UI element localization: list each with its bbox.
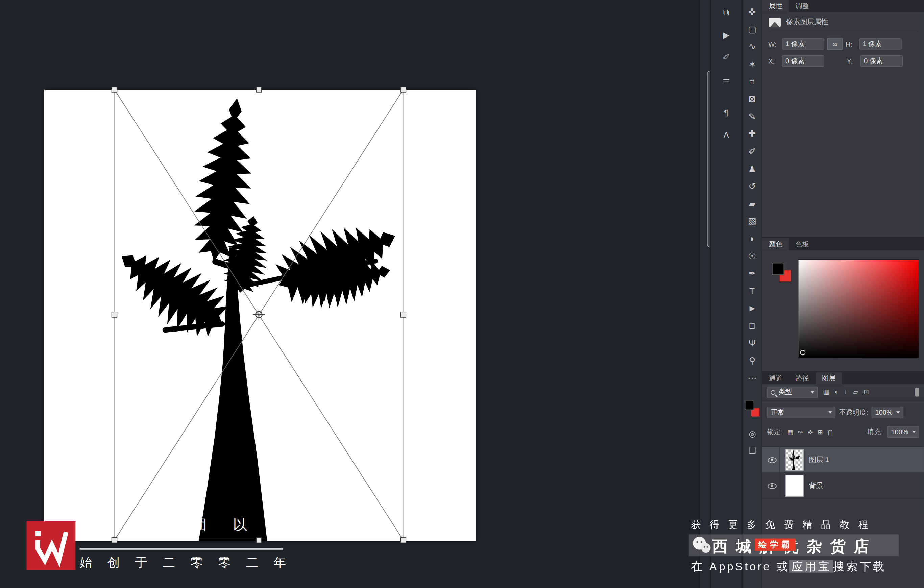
marquee-tool[interactable]: ▢ [742,20,762,38]
layer-row[interactable]: 背景 [762,473,924,499]
healing-brush-tool[interactable]: ✚ [742,125,762,143]
brush-settings-panel-icon[interactable]: ✐ [718,51,734,64]
tree-silhouette [104,94,409,541]
lock-all-icon[interactable]: ⋂ [828,429,833,435]
layer-thumbnail[interactable] [785,475,804,497]
tab-color[interactable]: 颜色 [762,238,789,250]
quick-mask-button[interactable]: ◎ [742,427,762,441]
character-panel-icon[interactable]: A [718,128,734,141]
tab-channels[interactable]: 通道 [762,372,789,384]
canvas-area[interactable]: 团以 [0,0,710,588]
watermark-line3-highlight: 应用宝 [789,560,833,572]
screen-mode-button[interactable]: ❑ [742,443,762,457]
actions-panel-icon[interactable]: ▶ [718,28,734,41]
transform-handle[interactable] [112,312,117,317]
type-tool[interactable]: T [742,282,762,300]
frame-tool[interactable]: ⊠ [742,90,762,108]
transform-handle[interactable] [256,87,262,92]
rectangle-tool[interactable]: □ [742,317,762,334]
document-canvas[interactable]: 团以 [44,89,476,541]
y-field[interactable]: 0 像素 [860,55,903,67]
layer-filter-type-select[interactable]: 类型 [767,386,818,398]
clone-stamp-tool[interactable]: ♟ [742,160,762,178]
tab-layers[interactable]: 图层 [815,372,842,384]
fill-label: 填充: [867,428,883,436]
edit-toolbar-button[interactable]: ⋯ [742,369,762,387]
height-label: H: [846,40,856,47]
layer-visibility-toggle[interactable] [765,447,780,473]
x-label: X: [768,58,779,64]
foreground-color-swatch[interactable] [772,263,784,275]
transform-handle[interactable] [401,538,406,543]
gradient-tool[interactable]: ▧ [742,212,762,230]
blur-tool[interactable]: ◗ [742,229,762,247]
transform-handle[interactable] [256,538,262,543]
transform-center-point[interactable] [253,309,265,321]
height-field[interactable]: 1 像素 [859,38,902,49]
filter-shape-layers-icon[interactable]: ▱ [853,389,858,395]
collapsed-panel-dock: ⧉ ▶ ✐ ⚌ ¶ A [710,0,742,588]
opacity-label: 不透明度: [839,408,868,417]
lock-position-icon[interactable]: ✜ [808,429,813,435]
path-selection-tool[interactable]: ► [742,300,762,317]
chevron-down-icon [811,391,814,394]
layer-list: 图层 1 背景 [762,447,924,499]
lock-transparent-pixels-icon[interactable]: ▦ [787,429,793,435]
paragraph-panel-icon[interactable]: ¶ [718,106,734,119]
transform-handle[interactable] [401,87,406,92]
history-brush-tool[interactable]: ↺ [742,178,762,195]
watermark-line1: 获得更多免费精品教程 [691,519,877,531]
move-tool[interactable]: ✜ [742,3,762,21]
layer-row[interactable]: 图层 1 [762,447,924,473]
lock-image-pixels-icon[interactable]: ✑ [798,429,803,435]
crop-tool[interactable]: ⌗ [742,72,762,90]
libraries-panel-icon[interactable]: ⧉ [718,6,734,18]
tab-properties[interactable]: 属性 [762,0,789,12]
blend-mode-select[interactable]: 正常 [767,407,835,418]
saturation-brightness-picker[interactable] [798,259,919,358]
layer-name: 背景 [809,481,823,491]
watermark-badge: 绘学霸 [755,539,795,551]
eraser-tool[interactable]: ▰ [742,194,762,212]
x-field[interactable]: 0 像素 [782,55,824,67]
tab-paths[interactable]: 路径 [789,372,815,384]
right-panel-dock: 属性调整 像素图层属性 W: 1 像素 ∞ H: 1 像素 X: 0 像素 Y:… [762,0,924,588]
eyedropper-tool[interactable]: ✎ [742,107,762,125]
link-dimensions-icon[interactable]: ∞ [827,38,843,50]
y-label: Y: [846,58,857,64]
filter-adjustment-layers-icon[interactable]: ◐ [835,389,838,395]
transform-handle[interactable] [112,87,117,92]
zoom-tool[interactable]: ⚲ [742,352,762,369]
dodge-tool[interactable]: ☉ [742,247,762,265]
filter-pixel-layers-icon[interactable]: ▦ [823,389,829,395]
layer-thumbnail[interactable] [785,449,804,471]
tab-adjustments[interactable]: 调整 [789,0,815,12]
transform-handle[interactable] [112,538,117,543]
filter-type-layers-icon[interactable]: T [844,389,848,395]
lock-artboard-icon[interactable]: ⊞ [818,429,823,435]
layer-filter-toggle[interactable] [915,388,919,396]
wechat-icon [691,535,713,556]
width-label: W: [768,40,779,47]
magic-wand-tool[interactable]: ✶ [742,55,762,73]
canvas-vertical-scrollbar[interactable] [699,0,710,588]
clone-source-panel-icon[interactable]: ⚌ [718,73,734,86]
color-panel: 颜色色板 [762,238,924,372]
filter-smart-objects-icon[interactable]: ⊡ [863,389,869,395]
fill-field[interactable]: 100% [888,426,919,438]
color-picker-handle[interactable] [800,350,806,356]
opacity-value: 100% [875,409,892,416]
pen-tool[interactable]: ✒ [742,265,762,282]
layer-visibility-toggle[interactable] [765,473,780,499]
filter-type-value: 类型 [778,388,792,396]
transform-handle[interactable] [401,312,406,317]
foreground-color-swatch[interactable] [745,401,754,410]
tab-swatches[interactable]: 色板 [789,238,815,250]
brush-tool[interactable]: ✐ [742,142,762,160]
hand-tool[interactable]: Ψ [742,334,762,352]
lasso-tool[interactable]: ∿ [742,38,762,55]
width-field[interactable]: 1 像素 [782,38,824,49]
foreground-background-colors[interactable] [744,399,761,421]
opacity-field[interactable]: 100% [871,407,903,418]
properties-header: 像素图层属性 [786,17,829,27]
